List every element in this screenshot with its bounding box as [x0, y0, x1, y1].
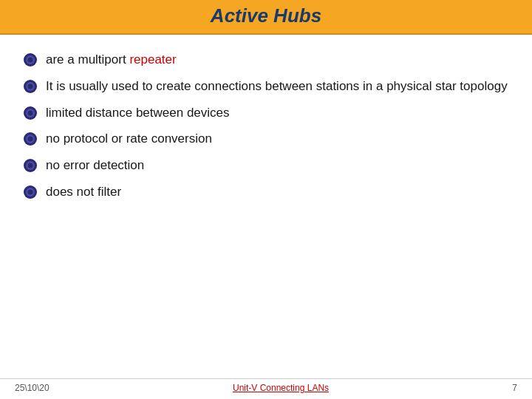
slide: Active Hubs are a multiport repeater — [0, 0, 532, 399]
bullet-list: are a multiport repeater It is usually u… — [22, 51, 510, 210]
bullet-text: no protocol or rate conversion — [46, 130, 510, 148]
svg-point-14 — [28, 163, 33, 168]
highlight-text: repeater — [129, 52, 176, 66]
slide-footer: 25\10\20 Unit-V Connecting LANs 7 — [0, 378, 532, 399]
list-item: does not filter — [22, 183, 510, 201]
bullet-icon — [22, 184, 38, 200]
list-item: limited distance between devices — [22, 104, 510, 122]
slide-title: Active Hubs — [211, 4, 321, 27]
list-item: no protocol or rate conversion — [22, 130, 510, 148]
svg-point-17 — [28, 189, 33, 194]
svg-point-2 — [28, 58, 33, 63]
bullet-icon — [22, 157, 38, 174]
bullet-icon — [22, 52, 38, 68]
list-item: no error detection — [22, 157, 510, 174]
bullet-text: are a multiport repeater — [46, 51, 510, 69]
footer-page: 7 — [512, 383, 517, 393]
footer-unit: Unit-V Connecting LANs — [233, 383, 329, 393]
bullet-text: limited distance between devices — [46, 104, 510, 122]
list-item: are a multiport repeater — [22, 51, 510, 69]
svg-point-8 — [28, 110, 33, 115]
slide-content: are a multiport repeater It is usually u… — [0, 35, 532, 378]
bullet-icon — [22, 105, 38, 121]
list-item: It is usually used to create connections… — [22, 78, 510, 95]
bullet-text: It is usually used to create connections… — [46, 78, 510, 95]
bullet-icon — [22, 78, 38, 95]
svg-point-11 — [28, 137, 33, 142]
bullet-icon — [22, 131, 38, 147]
bullet-text: no error detection — [46, 157, 510, 174]
bullet-text: does not filter — [46, 183, 510, 201]
footer-date: 25\10\20 — [15, 383, 50, 393]
slide-header: Active Hubs — [0, 0, 532, 35]
svg-point-5 — [28, 83, 33, 89]
